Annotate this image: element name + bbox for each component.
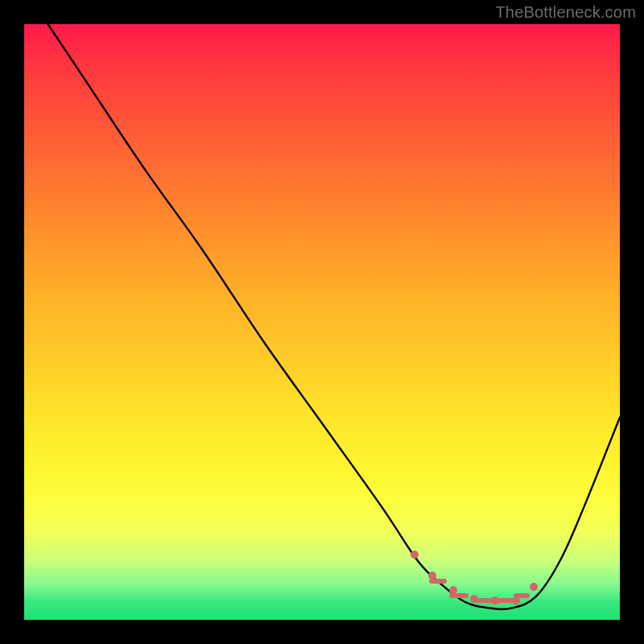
optimal-dot xyxy=(530,583,538,591)
site-watermark: TheBottleneck.com xyxy=(495,3,636,22)
bottleneck-curve xyxy=(24,24,620,620)
optimal-dot xyxy=(411,551,419,559)
chart-frame: TheBottleneck.com xyxy=(0,0,644,644)
optimal-dash xyxy=(449,593,469,598)
optimal-dash xyxy=(473,598,493,603)
optimal-dash xyxy=(429,579,447,584)
optimal-dash xyxy=(494,598,514,603)
optimal-dash xyxy=(514,593,530,598)
